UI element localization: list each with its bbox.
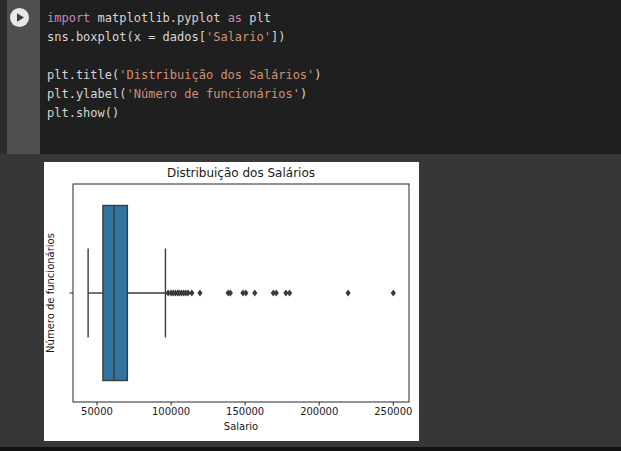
outlier-point xyxy=(346,289,351,296)
code-line: sns.boxplot(x = dados['Salario']) xyxy=(47,28,613,47)
code-token: 'Distribuição dos Salários' xyxy=(119,68,314,82)
outlier-point xyxy=(252,289,257,296)
x-tick-label: 150000 xyxy=(226,406,264,417)
next-cell-divider xyxy=(0,447,621,451)
iqr-box xyxy=(103,206,127,381)
code-token: 'Salario' xyxy=(206,30,271,44)
code-token: plt xyxy=(242,11,271,25)
x-tick-label: 200000 xyxy=(300,406,338,417)
code-token: sns.boxplot(x = dados[ xyxy=(47,30,206,44)
cell-output: Distribuição dos SaláriosSalarioNúmero d… xyxy=(0,154,621,447)
outlier-point xyxy=(274,289,279,296)
code-token: plt.show() xyxy=(47,106,119,120)
outlier-point xyxy=(391,289,396,296)
cell-gutter xyxy=(7,0,40,154)
y-axis-label: Número de funcionários xyxy=(45,233,56,353)
cell-left-margin xyxy=(0,0,7,154)
x-tick-label: 100000 xyxy=(152,406,190,417)
code-token: plt.title( xyxy=(47,68,119,82)
code-token: 'Número de funcionários' xyxy=(126,87,299,101)
code-line: plt.show() xyxy=(47,104,613,123)
play-icon xyxy=(9,7,30,28)
code-line: plt.title('Distribuição dos Salários') xyxy=(47,66,613,85)
code-token: as xyxy=(228,11,242,25)
notebook-page: { "cell": { "run_button_icon": "play-ico… xyxy=(0,0,621,451)
code-cell: import matplotlib.pyplot as pltsns.boxpl… xyxy=(0,0,621,154)
code-token: matplotlib.pyplot xyxy=(90,11,227,25)
boxplot-figure: Distribuição dos SaláriosSalarioNúmero d… xyxy=(44,162,419,441)
x-axis-label: Salario xyxy=(224,421,258,432)
code-token: ) xyxy=(300,87,307,101)
run-cell-button[interactable] xyxy=(9,7,30,28)
x-tick-label: 250000 xyxy=(374,406,412,417)
code-line: plt.ylabel('Número de funcionários') xyxy=(47,85,613,104)
x-tick-label: 50000 xyxy=(81,406,113,417)
outlier-point xyxy=(189,289,194,296)
code-line xyxy=(47,47,613,66)
code-token: ) xyxy=(314,68,321,82)
chart-title: Distribuição dos Salários xyxy=(167,166,315,180)
code-token: import xyxy=(47,11,90,25)
boxplot-chart: Distribuição dos SaláriosSalarioNúmero d… xyxy=(44,162,419,441)
outlier-point xyxy=(287,289,292,296)
outlier-point xyxy=(197,289,202,296)
code-line: import matplotlib.pyplot as plt xyxy=(47,9,613,28)
outlier-point xyxy=(243,289,248,296)
code-editor[interactable]: import matplotlib.pyplot as pltsns.boxpl… xyxy=(40,0,621,154)
code-token: plt.ylabel( xyxy=(47,87,126,101)
code-token: ]) xyxy=(271,30,285,44)
